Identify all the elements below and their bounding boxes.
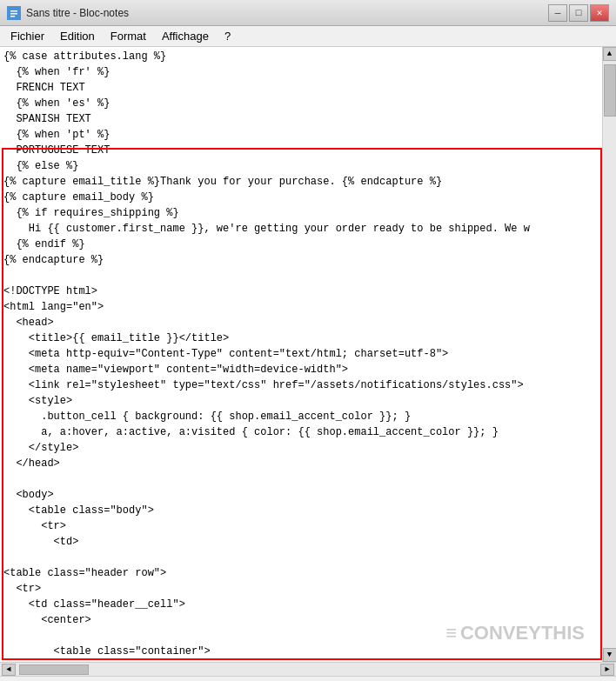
code-line xyxy=(3,628,599,644)
window-title: Sans titre - Bloc-notes xyxy=(26,7,129,19)
code-line: {% capture email_title %}Thank you for y… xyxy=(3,174,599,190)
scroll-down-arrow[interactable]: ▼ xyxy=(603,648,617,662)
code-line: <!DOCTYPE html> xyxy=(3,284,599,299)
code-line: <title>{{ email_title }}</title> xyxy=(3,330,599,346)
code-line: <tr> xyxy=(3,518,599,534)
code-line: {% if requires_shipping %} xyxy=(3,205,599,221)
svg-rect-3 xyxy=(10,16,15,17)
scroll-right-arrow[interactable]: ► xyxy=(600,664,614,676)
editor-container: {% case attributes.lang %} {% when 'fr' … xyxy=(0,47,616,662)
code-line: <center> xyxy=(3,612,599,628)
minimize-button[interactable]: — xyxy=(548,4,567,22)
app-icon xyxy=(7,6,21,20)
scroll-h-thumb[interactable] xyxy=(19,664,89,675)
scroll-thumb[interactable] xyxy=(604,64,616,117)
code-line: {% endif %} xyxy=(3,237,599,252)
code-line xyxy=(3,471,599,487)
code-line: Hi {{ customer.first_name }}, we're gett… xyxy=(3,221,599,237)
title-bar: Sans titre - Bloc-notes — □ ✕ xyxy=(0,0,616,26)
code-line: {% when 'es' %} xyxy=(3,96,599,111)
horizontal-scrollbar[interactable]: ◄ ► xyxy=(0,662,616,676)
scroll-left-arrow[interactable]: ◄ xyxy=(2,664,16,676)
code-line: .button_cell { background: {{ shop.email… xyxy=(3,409,599,424)
code-line: {% endcapture %} xyxy=(3,252,599,268)
code-line: <body> xyxy=(3,487,599,503)
window-controls: — □ ✕ xyxy=(548,4,609,22)
code-line: <link rel="stylesheet" type="text/css" h… xyxy=(3,377,599,393)
menu-edition[interactable]: Edition xyxy=(53,28,102,44)
code-line xyxy=(3,268,599,284)
code-line: {% when 'fr' %} xyxy=(3,64,599,80)
code-line: <table class="body"> xyxy=(3,503,599,518)
code-line: </style> xyxy=(3,440,599,456)
menu-bar: Fichier Edition Format Affichage ? xyxy=(0,26,616,47)
menu-affichage[interactable]: Affichage xyxy=(155,28,216,44)
scroll-up-arrow[interactable]: ▲ xyxy=(603,47,617,61)
menu-fichier[interactable]: Fichier xyxy=(3,28,51,44)
vertical-scrollbar[interactable]: ▲ ▼ xyxy=(602,47,616,662)
code-line: <td class="header__cell"> xyxy=(3,597,599,612)
code-line: SPANISH TEXT xyxy=(3,111,599,127)
close-button[interactable]: ✕ xyxy=(590,4,609,22)
code-line: <meta http-equiv="Content-Type" content=… xyxy=(3,346,599,362)
code-line xyxy=(3,550,599,565)
code-line: {% when 'pt' %} xyxy=(3,127,599,143)
svg-rect-2 xyxy=(10,13,17,15)
maximize-button[interactable]: □ xyxy=(569,4,588,22)
status-bar xyxy=(0,676,616,681)
code-line: <table class="container"> xyxy=(3,644,599,659)
code-line: <html lang="en"> xyxy=(3,299,599,315)
menu-help[interactable]: ? xyxy=(218,28,238,44)
code-line: <td> xyxy=(3,534,599,550)
code-line: <tr> xyxy=(3,659,599,662)
code-area[interactable]: {% case attributes.lang %} {% when 'fr' … xyxy=(0,47,602,662)
code-line: a, a:hover, a:active, a:visited { color:… xyxy=(3,424,599,440)
code-line: PORTUGUESE TEXT xyxy=(3,143,599,158)
code-line: {% capture email_body %} xyxy=(3,190,599,205)
svg-rect-1 xyxy=(10,10,17,12)
menu-format[interactable]: Format xyxy=(104,28,153,44)
code-line: </head> xyxy=(3,456,599,471)
code-lines: {% case attributes.lang %} {% when 'fr' … xyxy=(3,49,599,662)
code-line: {% else %} xyxy=(3,158,599,174)
code-line: FRENCH TEXT xyxy=(3,80,599,96)
code-line: <tr> xyxy=(3,581,599,597)
code-line: <table class="header row"> xyxy=(3,565,599,581)
code-line: <style> xyxy=(3,393,599,409)
code-line: {% case attributes.lang %} xyxy=(3,49,599,64)
code-line: <head> xyxy=(3,315,599,330)
code-line: <meta name="viewport" content="width=dev… xyxy=(3,362,599,377)
